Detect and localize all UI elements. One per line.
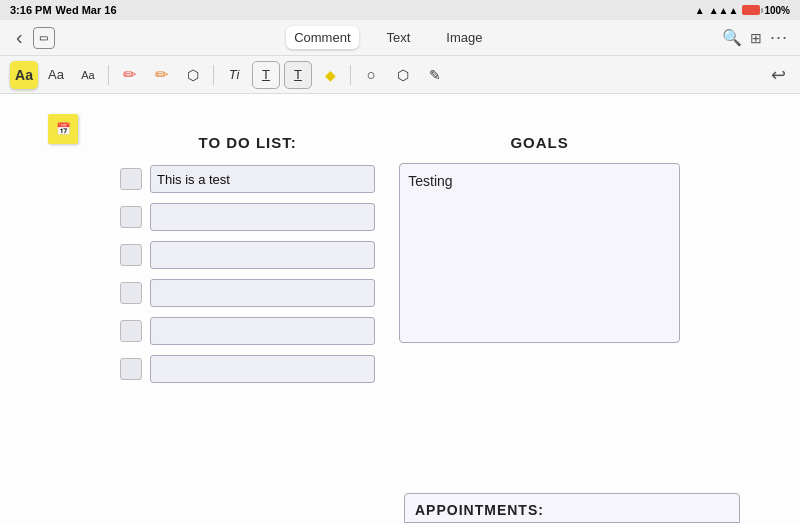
tool-font-bold[interactable]: Aa	[10, 61, 38, 89]
todo-row-6	[120, 355, 375, 383]
time: 3:16 PM	[10, 4, 52, 16]
todo-checkbox-6[interactable]	[120, 358, 142, 380]
back-button[interactable]: ‹	[12, 26, 27, 49]
nav-bar: ‹ ▭ Comment Text Image 🔍 ⊞ ···	[0, 20, 800, 56]
status-right: ▲ ▲▲▲ 100%	[695, 5, 790, 16]
todo-checkbox-1[interactable]	[120, 168, 142, 190]
toolbar-separator-2	[213, 65, 214, 85]
todo-input-2[interactable]	[150, 203, 375, 231]
tool-eraser[interactable]: ⬡	[179, 61, 207, 89]
tool-pen-orange[interactable]: ✏	[147, 61, 175, 89]
tool-pen-red[interactable]: ✏	[115, 61, 143, 89]
todo-checkbox-3[interactable]	[120, 244, 142, 266]
tool-ti[interactable]: Ti	[220, 61, 248, 89]
tool-shape-circle[interactable]: ○	[357, 61, 385, 89]
tab-image[interactable]: Image	[438, 26, 490, 49]
tool-font-medium[interactable]: Aa	[42, 61, 70, 89]
todo-input-6[interactable]	[150, 355, 375, 383]
battery-label: 100%	[764, 5, 790, 16]
tool-shape-pen[interactable]: ✎	[421, 61, 449, 89]
page-thumb-button[interactable]: ▭	[33, 27, 55, 49]
nav-left: ‹ ▭	[12, 26, 55, 49]
goals-textarea[interactable]: Testing	[399, 163, 680, 343]
todo-input-1[interactable]: This is a test	[150, 165, 375, 193]
wifi-icon: ▲	[695, 5, 705, 16]
search-icon[interactable]: 🔍	[722, 28, 742, 47]
toolbar: Aa Aa Aa ✏ ✏ ⬡ Ti T T ◆ ○ ⬡ ✎ ↩	[0, 56, 800, 94]
todo-row-3	[120, 241, 375, 269]
tool-highlight[interactable]: ◆	[316, 61, 344, 89]
appointments-title: APPOINTMENTS:	[415, 502, 729, 518]
nav-tabs: Comment Text Image	[286, 26, 490, 49]
undo-button[interactable]: ↩	[767, 64, 790, 86]
tool-textbox2[interactable]: T	[284, 61, 312, 89]
todo-row-2	[120, 203, 375, 231]
goals-title: GOALS	[510, 134, 568, 151]
toolbar-separator-1	[108, 65, 109, 85]
toolbar-separator-3	[350, 65, 351, 85]
todo-row-4	[120, 279, 375, 307]
todo-row-5	[120, 317, 375, 345]
signal-icon: ▲▲▲	[709, 5, 739, 16]
battery-icon	[742, 5, 760, 15]
page-icon: ▭	[39, 32, 48, 43]
tab-comment[interactable]: Comment	[286, 26, 358, 49]
main-content: 📅 TO DO LIST: This is a test	[0, 94, 800, 523]
todo-checkbox-4[interactable]	[120, 282, 142, 304]
page-content: TO DO LIST: This is a test	[60, 114, 740, 503]
tool-font-small[interactable]: Aa	[74, 61, 102, 89]
more-icon[interactable]: ···	[770, 27, 788, 48]
todo-input-4[interactable]	[150, 279, 375, 307]
nav-right: 🔍 ⊞ ···	[722, 27, 788, 48]
sticky-note-icon[interactable]: 📅	[48, 114, 78, 144]
date: Wed Mar 16	[56, 4, 117, 16]
tool-shape-person[interactable]: ⬡	[389, 61, 417, 89]
goals-section: GOALS Testing	[399, 134, 680, 493]
grid-icon[interactable]: ⊞	[750, 30, 762, 46]
tool-textbox1[interactable]: T	[252, 61, 280, 89]
tab-text[interactable]: Text	[379, 26, 419, 49]
todo-row-1: This is a test	[120, 165, 375, 193]
status-left: 3:16 PM Wed Mar 16	[10, 4, 117, 16]
todo-title: TO DO LIST:	[199, 134, 297, 151]
todo-checkbox-2[interactable]	[120, 206, 142, 228]
status-bar: 3:16 PM Wed Mar 16 ▲ ▲▲▲ 100%	[0, 0, 800, 20]
todo-input-3[interactable]	[150, 241, 375, 269]
goals-text: Testing	[408, 173, 452, 189]
todo-checkbox-5[interactable]	[120, 320, 142, 342]
todo-input-5[interactable]	[150, 317, 375, 345]
todo-section: TO DO LIST: This is a test	[120, 134, 375, 493]
